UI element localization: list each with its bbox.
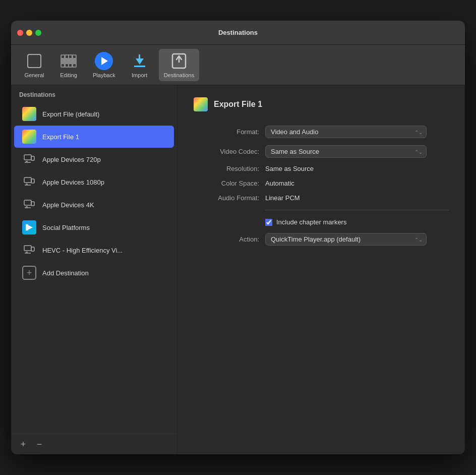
- toolbar-label-playback: Playback: [93, 72, 115, 78]
- svg-rect-15: [31, 179, 34, 183]
- close-button[interactable]: [17, 30, 23, 36]
- svg-rect-3: [73, 55, 76, 58]
- destinations-icon: [170, 52, 188, 70]
- svg-rect-19: [31, 202, 34, 206]
- format-label: Format:: [194, 128, 259, 136]
- resolution-value: Same as Source: [265, 165, 314, 172]
- svg-rect-24: [27, 224, 28, 231]
- action-select[interactable]: QuickTime Player.app (default)None: [265, 233, 427, 246]
- sidebar-label-apple-4k: Apple Devices 4K: [42, 201, 94, 209]
- import-icon: [131, 52, 149, 70]
- import-arrow-shaft: [139, 54, 140, 58]
- import-arrow-head: [136, 58, 144, 65]
- sidebar-label-add-destination: Add Destination: [42, 269, 89, 277]
- import-icon-shape: [133, 54, 147, 68]
- format-select-wrapper: Video and AudioVideo OnlyAudio Only: [265, 126, 427, 138]
- video-codec-label: Video Codec:: [194, 148, 259, 155]
- chapter-markers-row: Include chapter markers: [265, 218, 449, 226]
- toolbar-label-general: General: [24, 72, 44, 78]
- toolbar-item-destinations[interactable]: Destinations: [159, 49, 200, 81]
- svg-rect-1: [62, 55, 64, 58]
- main-window: Destinations General: [11, 21, 465, 454]
- sidebar-label-hevc: HEVC - High Efficiency Vi...: [42, 247, 123, 254]
- svg-rect-18: [24, 200, 31, 205]
- svg-rect-26: [31, 247, 34, 251]
- device-icon-1080p: [22, 175, 36, 189]
- sidebar-item-hevc[interactable]: HEVC - High Efficiency Vi...: [14, 239, 174, 261]
- sidebar-item-export-default[interactable]: Export File (default): [14, 103, 174, 125]
- toolbar-item-playback[interactable]: Playback: [88, 49, 121, 81]
- audio-format-value: Linear PCM: [265, 194, 300, 202]
- action-label: Action:: [194, 235, 259, 243]
- resolution-row: Resolution: Same as Source: [194, 165, 449, 172]
- device-svg-720p: [23, 153, 35, 165]
- video-codec-row: Video Codec: Same as SourceH.264H.265Pro…: [194, 145, 449, 158]
- format-row: Format: Video and AudioVideo OnlyAudio O…: [194, 126, 449, 138]
- window-title: Destinations: [218, 29, 258, 36]
- chapter-markers-label: Include chapter markers: [276, 218, 346, 226]
- sidebar-label-apple-1080p: Apple Devices 1080p: [42, 179, 104, 186]
- sidebar: Destinations Export File (default) Expor…: [11, 85, 177, 454]
- svg-rect-4: [73, 64, 76, 67]
- sidebar-label-export-1: Export File 1: [42, 133, 79, 141]
- chapter-markers-checkbox[interactable]: [265, 219, 272, 226]
- detail-panel: Export File 1 Format: Video and AudioVid…: [177, 85, 465, 454]
- svg-marker-23: [26, 224, 33, 231]
- sidebar-item-social[interactable]: Social Platforms: [14, 216, 174, 239]
- sidebar-list: Export File (default) Export File 1: [11, 102, 177, 434]
- video-codec-select-wrapper: Same as SourceH.264H.265ProRes: [265, 145, 427, 158]
- toolbar-label-import: Import: [132, 72, 147, 78]
- device-icon-4k: [22, 198, 36, 212]
- toolbar-item-general[interactable]: General: [19, 49, 49, 81]
- main-content: Destinations Export File (default) Expor…: [11, 85, 465, 454]
- add-destination-button[interactable]: +: [17, 438, 29, 450]
- svg-rect-7: [69, 55, 72, 58]
- sidebar-label-export-default: Export File (default): [42, 110, 99, 118]
- general-icon-shape: [27, 54, 41, 68]
- sidebar-item-add-destination[interactable]: + Add Destination: [14, 262, 174, 284]
- video-codec-select[interactable]: Same as SourceH.264H.265ProRes: [265, 145, 427, 158]
- toolbar-label-destinations: Destinations: [164, 72, 195, 78]
- format-select[interactable]: Video and AudioVideo OnlyAudio Only: [265, 126, 427, 138]
- action-row: Action: QuickTime Player.app (default)No…: [194, 233, 449, 246]
- sidebar-item-apple-1080p[interactable]: Apple Devices 1080p: [14, 171, 174, 193]
- detail-filmstrip-icon: [194, 97, 208, 111]
- svg-rect-25: [24, 246, 31, 251]
- form-divider: [265, 210, 449, 210]
- toolbar-item-import[interactable]: Import: [125, 49, 155, 81]
- svg-rect-11: [31, 156, 34, 160]
- detail-header: Export File 1: [194, 97, 449, 111]
- resolution-label: Resolution:: [194, 165, 259, 172]
- social-icon: [22, 220, 36, 234]
- sidebar-header: Destinations: [11, 85, 177, 102]
- add-destination-icon: +: [22, 266, 36, 280]
- color-space-label: Color Space:: [194, 180, 259, 187]
- device-icon-hevc: [22, 243, 36, 257]
- toolbar: General Editing: [11, 45, 465, 85]
- sidebar-item-apple-4k[interactable]: Apple Devices 4K: [14, 194, 174, 216]
- device-svg-hevc: [23, 244, 35, 256]
- minimize-button[interactable]: [26, 30, 32, 36]
- destinations-icon-svg: [171, 53, 187, 69]
- svg-rect-10: [24, 155, 31, 160]
- sidebar-label-social: Social Platforms: [42, 224, 90, 231]
- toolbar-label-editing: Editing: [60, 72, 77, 78]
- titlebar: Destinations: [11, 21, 465, 45]
- color-space-row: Color Space: Automatic: [194, 180, 449, 187]
- filmstrip-icon-export-default: [22, 107, 36, 121]
- play-icon-shape: [95, 52, 113, 70]
- remove-destination-button[interactable]: −: [33, 438, 45, 450]
- maximize-button[interactable]: [35, 30, 41, 36]
- svg-rect-8: [69, 64, 72, 67]
- filmstrip-icon-export-1: [22, 130, 36, 144]
- sidebar-item-export-1[interactable]: Export File 1: [14, 126, 174, 148]
- playback-icon: [95, 52, 113, 70]
- toolbar-item-editing[interactable]: Editing: [53, 49, 84, 81]
- sidebar-footer: + −: [11, 434, 177, 454]
- editing-icon: [60, 52, 78, 70]
- editing-icon-svg: [61, 54, 77, 68]
- action-select-wrapper: QuickTime Player.app (default)None: [265, 233, 427, 246]
- sidebar-item-apple-720p[interactable]: Apple Devices 720p: [14, 148, 174, 170]
- social-icon-svg: [25, 223, 34, 232]
- svg-rect-2: [62, 64, 64, 67]
